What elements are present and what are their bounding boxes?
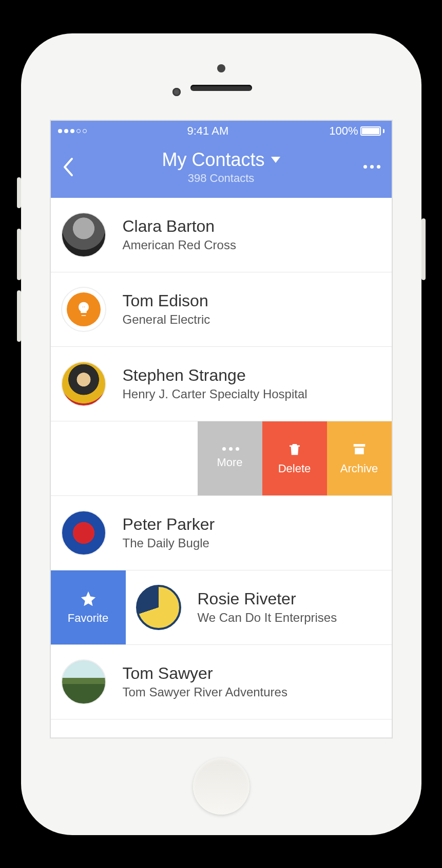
contact-row[interactable]: Tom Sawyer Tom Sawyer River Adventures bbox=[51, 645, 392, 719]
avatar bbox=[136, 585, 181, 630]
phone-sensor bbox=[172, 88, 181, 96]
contact-org: Tom Sawyer River Adventures bbox=[123, 685, 287, 699]
avatar bbox=[61, 361, 106, 407]
delete-action-button[interactable]: Delete bbox=[262, 421, 327, 495]
phone-frame: 9:41 AM 100% My Contacts 398 Contacts bbox=[21, 33, 421, 835]
action-label: Favorite bbox=[68, 612, 108, 625]
more-action-button[interactable]: More bbox=[198, 421, 262, 495]
contacts-list[interactable]: Clara Barton American Red Cross Tom Edis… bbox=[51, 198, 392, 737]
contact-name: Tom Edison bbox=[123, 291, 210, 310]
favorite-action-button[interactable]: Favorite bbox=[51, 570, 126, 644]
signal-indicator bbox=[58, 129, 87, 133]
avatar bbox=[61, 659, 106, 705]
action-label: More bbox=[217, 456, 242, 469]
avatar bbox=[61, 510, 106, 556]
screen: 9:41 AM 100% My Contacts 398 Contacts bbox=[51, 121, 392, 737]
contact-name: Peter Parker bbox=[123, 515, 215, 534]
status-time: 9:41 AM bbox=[187, 124, 229, 138]
status-bar: 9:41 AM 100% bbox=[51, 121, 392, 141]
archive-icon bbox=[352, 441, 367, 457]
phone-camera bbox=[217, 64, 225, 72]
contact-name: Clara Barton bbox=[123, 217, 236, 236]
contact-org: We Can Do It Enterprises bbox=[198, 611, 337, 625]
avatar bbox=[61, 287, 106, 332]
page-subtitle: 398 Contacts bbox=[81, 172, 362, 185]
contact-org: General Electric bbox=[123, 312, 210, 327]
nav-bar: My Contacts 398 Contacts bbox=[51, 141, 392, 198]
battery-indicator: 100% bbox=[329, 124, 384, 138]
ellipsis-icon bbox=[221, 447, 239, 451]
contact-name: Rosie Riveter bbox=[198, 589, 337, 608]
contact-name: Tom Sawyer bbox=[123, 664, 287, 683]
battery-percent: 100% bbox=[329, 124, 358, 138]
contact-name: Stephen Strange bbox=[123, 366, 308, 385]
phone-side-button bbox=[17, 290, 21, 342]
star-icon bbox=[80, 590, 97, 607]
phone-side-button bbox=[17, 177, 21, 208]
swipe-actions-right: More Delete Archive bbox=[198, 421, 392, 495]
home-button[interactable] bbox=[193, 758, 249, 815]
contact-row[interactable]: Tom Edison General Electric bbox=[51, 272, 392, 347]
action-label: Delete bbox=[278, 462, 311, 475]
phone-side-button bbox=[17, 229, 21, 280]
contact-org: American Red Cross bbox=[123, 238, 236, 252]
more-options-button[interactable] bbox=[362, 165, 380, 169]
contact-org: Henry J. Carter Specialty Hospital bbox=[123, 387, 308, 401]
trash-icon bbox=[287, 441, 302, 457]
phone-speaker bbox=[190, 85, 252, 91]
page-title-dropdown[interactable]: My Contacts bbox=[162, 149, 280, 171]
swipe-actions-left: Favorite bbox=[51, 570, 126, 644]
contact-row[interactable]: Favorite Rosie Riveter We Can Do It Ente… bbox=[51, 570, 392, 645]
contact-row[interactable]: Stephen Strange Henry J. Carter Specialt… bbox=[51, 347, 392, 421]
page-title: My Contacts bbox=[162, 149, 264, 171]
caret-down-icon bbox=[271, 157, 280, 163]
archive-action-button[interactable]: Archive bbox=[327, 421, 392, 495]
contact-row[interactable]: More Delete Archive rge Jetson bbox=[51, 421, 392, 496]
lightbulb-icon bbox=[67, 292, 101, 326]
contact-org: The Daily Bugle bbox=[123, 536, 215, 550]
contact-row[interactable]: Peter Parker The Daily Bugle bbox=[51, 496, 392, 570]
phone-side-button bbox=[421, 218, 426, 280]
contact-row[interactable]: Clara Barton American Red Cross bbox=[51, 198, 392, 272]
action-label: Archive bbox=[340, 462, 378, 475]
avatar bbox=[61, 212, 106, 257]
back-button[interactable] bbox=[62, 157, 81, 177]
